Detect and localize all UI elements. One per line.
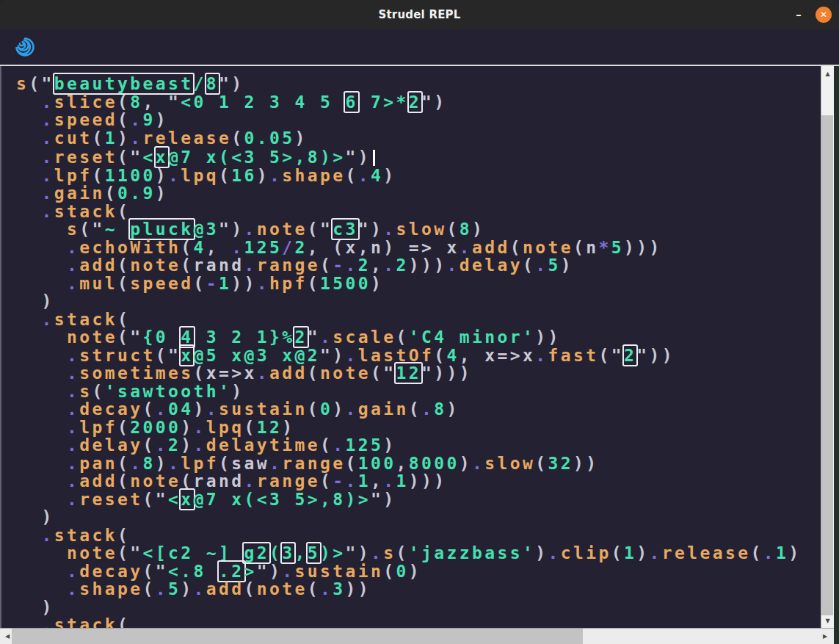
code-token: s [67,220,79,239]
code-token: ) [194,399,206,419]
code-token: ( [750,543,763,562]
code-token: lastOf [358,346,434,365]
code-token: (" [143,490,169,509]
code-line: .delay(.2).delaytime(.125) [16,436,821,455]
code-token: . [194,418,206,437]
code-token [16,562,67,581]
scroll-left-icon[interactable]: ◀ [1,629,13,644]
code-token: 4 [371,166,383,185]
code-token: fast [548,346,598,365]
code-token: (" [156,346,181,365]
code-token: . [194,435,206,455]
horizontal-scrollbar[interactable]: ◀ ▶ [0,628,834,644]
code-token: 'sawtooth' [105,382,231,401]
code-token: ( [143,579,156,598]
code-editor[interactable]: s("beautybeast/8") .slice(8, "<0 1 2 3 4… [0,66,821,628]
code-token: ( [181,471,193,491]
minimize-button[interactable]: – [793,8,804,21]
code-token: . [67,490,79,509]
code-token [16,399,67,419]
code-token: (" [29,74,54,93]
code-token: ( [346,166,358,185]
scroll-up-icon[interactable]: ▲ [821,68,834,79]
code-token: . [472,454,484,473]
code-token: , (x,n) => x [308,238,460,257]
code-token: . [244,220,257,239]
code-line: ) [16,292,821,311]
code-token: . [67,256,79,275]
code-token: (" [79,220,105,239]
scroll-down-icon[interactable]: ▼ [821,615,834,626]
code-token: ))) [409,471,447,491]
code-token [16,526,42,545]
code-token: (x=>x [193,363,256,383]
code-line: .stack( [16,311,821,329]
code-token: ( [573,238,586,257]
code-token [16,382,67,401]
code-token: <[c2 ~] [143,543,244,562]
code-token: ) [16,292,54,311]
code-token: ( [92,382,105,401]
code-token: decay [79,562,142,581]
code-token: 125 [345,435,383,455]
code-token: . [42,202,54,221]
code-token: note [130,256,181,275]
code-token: mul [79,274,117,293]
code-token: 4 [193,238,206,257]
active-pattern-token: .2 [219,562,244,581]
code-token: ( [92,166,105,185]
code-token: , [206,238,232,257]
strudel-spiral-logo-icon[interactable] [15,37,35,57]
code-token: (" [117,328,143,347]
code-token: shape [79,579,142,598]
code-token: delay [79,435,142,455]
code-token: . [345,399,357,419]
code-token: . [320,328,333,347]
active-pattern-token: 6 [345,93,357,112]
code-token: delay [460,256,523,275]
code-token: ( [181,238,193,257]
code-token: . [333,435,345,455]
code-token: ")) [636,346,675,365]
code-token [16,579,67,598]
active-pattern-token: 5 [308,543,320,562]
code-token: rand [194,471,244,491]
code-token: 0 [396,562,408,581]
code-line: .pan(.8).lpf(saw.range(100,8000).slow(32… [16,455,821,473]
code-token: ) [156,454,168,473]
code-token: @7 x(<3 5>,8)> [194,490,371,509]
code-token: @3 [194,220,219,239]
code-token: . [156,435,168,455]
code-token: range [257,256,320,275]
code-token: clip [561,543,611,562]
code-token: ) [535,543,548,562]
code-token: 16 [231,166,257,185]
code-token: . [67,579,79,598]
horizontal-scrollbar-thumb[interactable] [12,629,583,644]
code-token: . [67,274,79,293]
code-token: ))) [624,238,662,257]
active-pattern-token: x [156,148,168,167]
code-token: . [194,579,206,598]
code-token: )) [535,328,561,347]
code-token: . [67,562,79,581]
code-token: {0 [143,328,181,347]
code-token: ") [421,93,447,112]
code-token: 8 [460,220,472,239]
code-token: . [383,471,396,491]
code-token: . [42,148,54,167]
code-token [16,454,67,473]
code-token: 12 [257,418,283,437]
code-token: , " [143,93,181,112]
vertical-scrollbar-thumb[interactable] [821,115,833,615]
code-token: ") [345,543,371,562]
close-button[interactable]: ✕ [816,7,832,23]
code-token: ) [117,129,130,148]
code-token: 5 [168,579,181,598]
code-token: . [269,166,282,185]
scroll-right-icon[interactable]: ▶ [819,629,831,644]
code-token: ) [409,562,421,581]
code-token: ) [181,579,193,598]
code-token: cut [54,129,92,148]
code-token: (" [117,543,143,562]
